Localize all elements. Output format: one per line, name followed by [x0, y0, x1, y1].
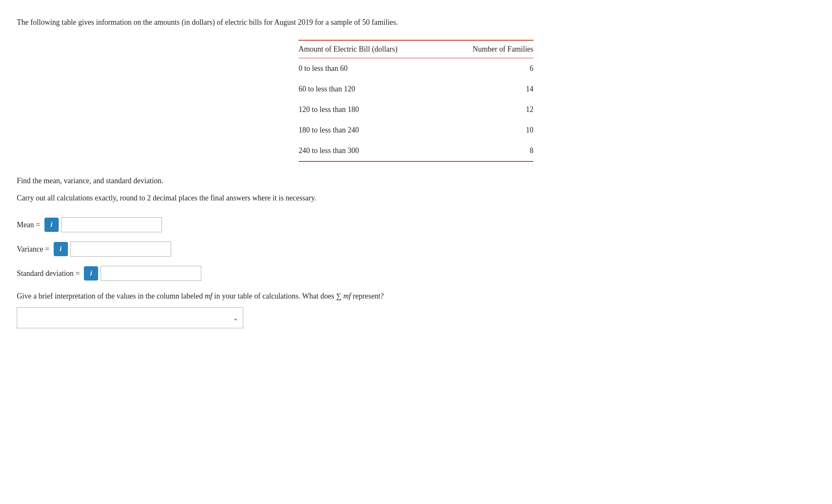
- interpretation-dropdown-container: ⌄: [17, 307, 243, 328]
- variance-label: Variance =: [17, 245, 49, 254]
- mf-label2: mf: [343, 292, 351, 300]
- interpretation-section: Give a brief interpretation of the value…: [17, 290, 815, 328]
- range-cell: 120 to less than 180: [299, 99, 448, 120]
- interp-after: represent?: [353, 292, 384, 300]
- variance-row: Variance = i: [17, 242, 815, 257]
- mean-row: Mean = i: [17, 217, 815, 232]
- interpretation-dropdown[interactable]: [17, 307, 243, 328]
- electric-bill-table: Amount of Electric Bill (dollars) Number…: [299, 40, 533, 162]
- instructions-line2: Carry out all calculations exactly, roun…: [17, 192, 815, 204]
- count-cell: 6: [448, 58, 533, 79]
- sigma-symbol: ∑: [336, 292, 343, 300]
- interpretation-text: Give a brief interpretation of the value…: [17, 290, 815, 302]
- range-cell: 0 to less than 60: [299, 58, 448, 79]
- interp-before: Give a brief interpretation of the value…: [17, 292, 203, 300]
- table-row: 180 to less than 24010: [299, 120, 533, 140]
- intro-text: The following table gives information on…: [17, 17, 815, 28]
- col1-header: Amount of Electric Bill (dollars): [299, 40, 448, 58]
- mean-input[interactable]: [61, 217, 162, 232]
- table-row: 240 to less than 3008: [299, 140, 533, 161]
- std-dev-info-button[interactable]: i: [84, 266, 98, 281]
- count-cell: 8: [448, 140, 533, 161]
- mean-label: Mean =: [17, 221, 40, 229]
- variance-info-button[interactable]: i: [54, 242, 68, 256]
- variance-input[interactable]: [70, 242, 171, 257]
- count-cell: 12: [448, 99, 533, 120]
- std-dev-row: Standard deviation = i: [17, 266, 815, 281]
- interp-middle: in your table of calculations. What does: [214, 292, 334, 300]
- col2-header: Number of Families: [448, 40, 533, 58]
- range-cell: 180 to less than 240: [299, 120, 448, 140]
- instructions-line1: Find the mean, variance, and standard de…: [17, 175, 815, 187]
- range-cell: 240 to less than 300: [299, 140, 448, 161]
- std-dev-input[interactable]: [101, 266, 201, 281]
- std-dev-label: Standard deviation =: [17, 269, 80, 278]
- count-cell: 10: [448, 120, 533, 140]
- mf-label: mf: [205, 292, 212, 300]
- count-cell: 14: [448, 79, 533, 99]
- data-table-container: Amount of Electric Bill (dollars) Number…: [17, 40, 815, 162]
- range-cell: 60 to less than 120: [299, 79, 448, 99]
- table-row: 0 to less than 606: [299, 58, 533, 79]
- table-row: 60 to less than 12014: [299, 79, 533, 99]
- table-row: 120 to less than 18012: [299, 99, 533, 120]
- mean-info-button[interactable]: i: [44, 218, 59, 232]
